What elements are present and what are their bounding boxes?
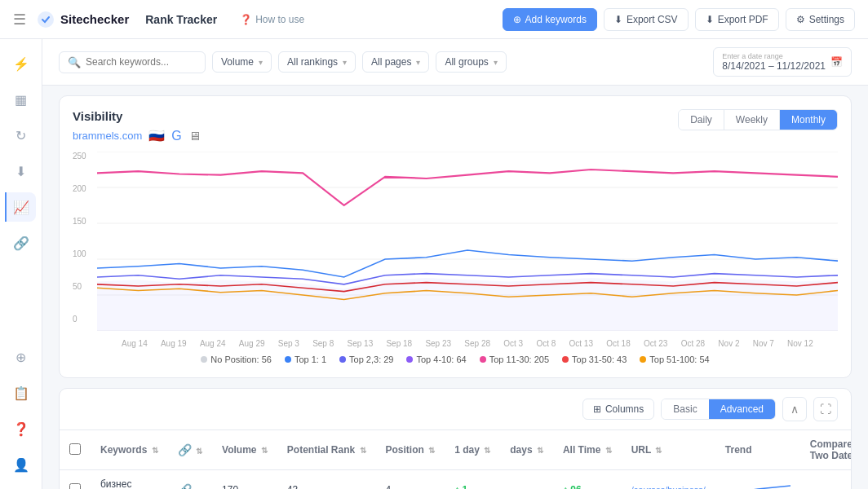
th-position: Position ⇅ [376,430,445,470]
link-cell[interactable]: 🔗 [168,470,212,490]
oneday-cell: ↑ 1 [445,470,500,490]
th-link: 🔗 ⇅ [168,430,212,470]
sidebar-item-analytics[interactable]: ▦ [7,85,36,114]
th-potential-rank: Potential Rank ⇅ [277,430,376,470]
chart-area [97,152,838,331]
chevron-down-icon: ▾ [416,58,420,67]
fullscreen-btn[interactable]: ⛶ [813,397,838,421]
main-content: 🔍 Volume ▾ All rankings ▾ All pages ▾ Al… [42,39,868,489]
collapse-btn[interactable]: ∧ [782,397,807,421]
svg-point-0 [38,11,54,28]
google-icon: G [171,129,181,143]
plus-icon: ⊕ [513,14,521,25]
volume-filter[interactable]: Volume ▾ [212,51,272,73]
sidebar-item-user[interactable]: 👤 [7,450,36,479]
date-range-picker[interactable]: Enter a date range 8/14/2021 – 11/12/202… [713,47,852,77]
th-compare: CompareTwo Dates [800,430,852,470]
url-cell[interactable]: /courses/business/ [622,470,715,490]
chart-y-labels: 250200150100500 [73,152,97,324]
row-checkbox-0[interactable] [69,483,81,490]
alltime-cell: ↑ 96 [553,470,622,490]
sidebar-item-chart[interactable]: 📈 [5,192,36,222]
sidebar: ⚡ ▦ ↻ ⬇ 📈 🔗 ⊕ 📋 ❓ 👤 [0,39,42,489]
th-1day: 1 day ⇅ [445,430,500,470]
th-trend: Trend [715,430,800,470]
volume-cell: 170 [212,470,277,490]
legend-top410: Top 4-10: 64 [406,355,466,364]
legend-top51100: Top 51-100: 54 [640,355,709,364]
top1-dot [285,356,291,363]
hamburger-icon[interactable]: ☰ [13,11,26,29]
monitor-icon: 🖥 [188,129,201,143]
domain-link[interactable]: brammels.com [73,130,142,142]
add-keywords-button[interactable]: ⊕ Add keywords [503,8,597,31]
gear-icon: ⚙ [796,14,805,25]
sidebar-item-download[interactable]: ⬇ [7,156,36,186]
sidebar-item-links[interactable]: 🔗 [7,228,36,258]
legend-no-position: No Position: 56 [201,355,272,364]
columns-icon: ⊞ [593,403,601,415]
pdf-icon: ⬇ [706,14,714,25]
chevron-down-icon: ▾ [343,58,347,67]
visibility-section: Visibility brammels.com 🇷🇺 G 🖥 Daily Wee… [59,95,852,378]
table-section: ⊞ Columns Basic Advanced ∧ ⛶ Keywords ⇅ … [59,388,852,489]
no-position-dot [201,356,207,363]
th-keywords: Keywords ⇅ [91,430,168,470]
page-title: Rank Tracker [145,13,217,26]
columns-button[interactable]: ⊞ Columns [582,399,654,420]
daily-btn[interactable]: Daily [679,110,724,130]
download-icon: ⬇ [614,14,622,25]
calendar-icon: 📅 [830,56,843,68]
days-cell [500,470,553,490]
weekly-btn[interactable]: Weekly [724,110,780,130]
th-url: URL ⇅ [622,430,715,470]
monthly-btn[interactable]: Monthly [780,110,837,130]
sidebar-item-flash[interactable]: ⚡ [7,49,36,78]
logo: Sitechecker [36,10,129,29]
legend-top23: Top 2,3: 29 [339,355,393,364]
basic-btn[interactable]: Basic [662,399,708,419]
legend-top1: Top 1: 1 [285,355,326,364]
export-pdf-button[interactable]: ⬇ Export PDF [695,8,779,31]
chart-x-labels: Aug 14Aug 19Aug 24Aug 29 Sep 3Sep 8Sep 1… [97,336,838,348]
visibility-title: Visibility [73,109,201,123]
table-toolbar: ⊞ Columns Basic Advanced ∧ ⛶ [60,389,851,430]
sidebar-item-help[interactable]: ❓ [7,414,36,443]
topnav: ☰ Sitechecker Rank Tracker ❓ How to use … [0,0,868,39]
search-box[interactable]: 🔍 [59,51,206,73]
select-all-checkbox[interactable] [69,443,81,455]
rankings-filter[interactable]: All rankings ▾ [278,51,356,73]
th-alltime: All Time ⇅ [553,430,622,470]
th-volume: Volume ⇅ [212,430,277,470]
table-row: бизнес обучение 🔗 170 43 4 ↑ 1 ↑ 96 /cou… [60,470,852,490]
legend-top3150: Top 31-50: 43 [562,355,627,364]
view-toggle: Daily Weekly Monthly [678,109,838,130]
search-icon: 🔍 [68,56,81,68]
settings-button[interactable]: ⚙ Settings [786,8,855,31]
svg-marker-7 [97,278,838,331]
top23-dot [339,356,346,363]
vis-domain: brammels.com 🇷🇺 G 🖥 [73,128,201,143]
keyword-cell: бизнес обучение [91,470,168,490]
sidebar-item-pages[interactable]: 📋 [7,378,36,408]
advanced-btn[interactable]: Advanced [709,399,775,419]
filters-bar: 🔍 Volume ▾ All rankings ▾ All pages ▾ Al… [42,39,868,86]
keywords-table: Keywords ⇅ 🔗 ⇅ Volume ⇅ Potential Rank ⇅… [60,430,852,489]
compare-cell: - [800,470,852,490]
russia-flag-icon: 🇷🇺 [148,128,165,143]
legend-top1130: Top 11-30: 205 [480,355,549,364]
search-input[interactable] [86,56,197,68]
chart-legend: No Position: 56 Top 1: 1 Top 2,3: 29 Top… [73,355,838,364]
pages-filter[interactable]: All pages ▾ [362,51,429,73]
th-days: days ⇅ [500,430,553,470]
how-to-link[interactable]: ❓ How to use [240,14,304,25]
groups-filter[interactable]: All groups ▾ [436,51,506,73]
top51100-dot [640,356,646,363]
top1130-dot [480,356,486,363]
position-cell: 4 [376,470,445,490]
sidebar-item-add[interactable]: ⊕ [7,342,36,372]
sidebar-item-sync[interactable]: ↻ [7,121,36,150]
top410-dot [406,356,413,363]
trend-cell [715,470,800,490]
export-csv-button[interactable]: ⬇ Export CSV [604,8,689,31]
